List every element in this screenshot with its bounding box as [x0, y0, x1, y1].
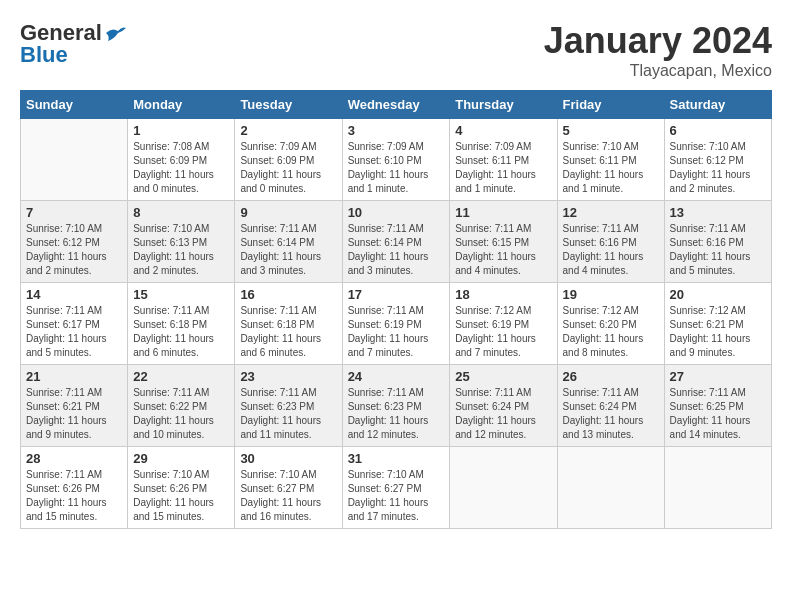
calendar-cell: 24Sunrise: 7:11 AM Sunset: 6:23 PM Dayli…	[342, 365, 450, 447]
day-number: 24	[348, 369, 445, 384]
calendar-cell: 31Sunrise: 7:10 AM Sunset: 6:27 PM Dayli…	[342, 447, 450, 529]
day-number: 29	[133, 451, 229, 466]
calendar-cell: 9Sunrise: 7:11 AM Sunset: 6:14 PM Daylig…	[235, 201, 342, 283]
title-area: January 2024 Tlayacapan, Mexico	[544, 20, 772, 80]
day-number: 16	[240, 287, 336, 302]
day-info: Sunrise: 7:10 AM Sunset: 6:11 PM Dayligh…	[563, 140, 659, 196]
day-number: 20	[670, 287, 766, 302]
calendar-cell: 6Sunrise: 7:10 AM Sunset: 6:12 PM Daylig…	[664, 119, 771, 201]
day-info: Sunrise: 7:11 AM Sunset: 6:23 PM Dayligh…	[240, 386, 336, 442]
day-info: Sunrise: 7:09 AM Sunset: 6:10 PM Dayligh…	[348, 140, 445, 196]
day-number: 15	[133, 287, 229, 302]
day-info: Sunrise: 7:10 AM Sunset: 6:12 PM Dayligh…	[26, 222, 122, 278]
day-info: Sunrise: 7:11 AM Sunset: 6:26 PM Dayligh…	[26, 468, 122, 524]
calendar-cell: 5Sunrise: 7:10 AM Sunset: 6:11 PM Daylig…	[557, 119, 664, 201]
calendar-cell: 2Sunrise: 7:09 AM Sunset: 6:09 PM Daylig…	[235, 119, 342, 201]
day-info: Sunrise: 7:11 AM Sunset: 6:25 PM Dayligh…	[670, 386, 766, 442]
day-number: 21	[26, 369, 122, 384]
calendar-cell: 22Sunrise: 7:11 AM Sunset: 6:22 PM Dayli…	[128, 365, 235, 447]
calendar-cell: 16Sunrise: 7:11 AM Sunset: 6:18 PM Dayli…	[235, 283, 342, 365]
calendar-cell: 8Sunrise: 7:10 AM Sunset: 6:13 PM Daylig…	[128, 201, 235, 283]
day-info: Sunrise: 7:11 AM Sunset: 6:23 PM Dayligh…	[348, 386, 445, 442]
day-info: Sunrise: 7:11 AM Sunset: 6:19 PM Dayligh…	[348, 304, 445, 360]
day-info: Sunrise: 7:11 AM Sunset: 6:17 PM Dayligh…	[26, 304, 122, 360]
day-number: 28	[26, 451, 122, 466]
location-title: Tlayacapan, Mexico	[544, 62, 772, 80]
day-info: Sunrise: 7:10 AM Sunset: 6:27 PM Dayligh…	[348, 468, 445, 524]
day-info: Sunrise: 7:11 AM Sunset: 6:24 PM Dayligh…	[455, 386, 551, 442]
day-number: 18	[455, 287, 551, 302]
day-info: Sunrise: 7:09 AM Sunset: 6:11 PM Dayligh…	[455, 140, 551, 196]
logo-bird-icon	[104, 25, 126, 43]
day-number: 4	[455, 123, 551, 138]
calendar-cell	[664, 447, 771, 529]
calendar-cell: 18Sunrise: 7:12 AM Sunset: 6:19 PM Dayli…	[450, 283, 557, 365]
day-info: Sunrise: 7:10 AM Sunset: 6:13 PM Dayligh…	[133, 222, 229, 278]
weekday-header-row: SundayMondayTuesdayWednesdayThursdayFrid…	[21, 91, 772, 119]
calendar-cell: 26Sunrise: 7:11 AM Sunset: 6:24 PM Dayli…	[557, 365, 664, 447]
day-info: Sunrise: 7:11 AM Sunset: 6:24 PM Dayligh…	[563, 386, 659, 442]
day-number: 22	[133, 369, 229, 384]
calendar-cell: 19Sunrise: 7:12 AM Sunset: 6:20 PM Dayli…	[557, 283, 664, 365]
day-number: 2	[240, 123, 336, 138]
weekday-header-thursday: Thursday	[450, 91, 557, 119]
weekday-header-saturday: Saturday	[664, 91, 771, 119]
weekday-header-wednesday: Wednesday	[342, 91, 450, 119]
day-info: Sunrise: 7:11 AM Sunset: 6:16 PM Dayligh…	[670, 222, 766, 278]
calendar-cell	[450, 447, 557, 529]
calendar-cell: 21Sunrise: 7:11 AM Sunset: 6:21 PM Dayli…	[21, 365, 128, 447]
day-number: 8	[133, 205, 229, 220]
weekday-header-monday: Monday	[128, 91, 235, 119]
calendar-cell: 23Sunrise: 7:11 AM Sunset: 6:23 PM Dayli…	[235, 365, 342, 447]
day-number: 14	[26, 287, 122, 302]
day-number: 13	[670, 205, 766, 220]
calendar-cell: 30Sunrise: 7:10 AM Sunset: 6:27 PM Dayli…	[235, 447, 342, 529]
calendar-cell: 11Sunrise: 7:11 AM Sunset: 6:15 PM Dayli…	[450, 201, 557, 283]
calendar-week-row: 7Sunrise: 7:10 AM Sunset: 6:12 PM Daylig…	[21, 201, 772, 283]
day-info: Sunrise: 7:11 AM Sunset: 6:14 PM Dayligh…	[348, 222, 445, 278]
calendar-week-row: 21Sunrise: 7:11 AM Sunset: 6:21 PM Dayli…	[21, 365, 772, 447]
day-info: Sunrise: 7:11 AM Sunset: 6:16 PM Dayligh…	[563, 222, 659, 278]
calendar-cell: 25Sunrise: 7:11 AM Sunset: 6:24 PM Dayli…	[450, 365, 557, 447]
day-info: Sunrise: 7:11 AM Sunset: 6:22 PM Dayligh…	[133, 386, 229, 442]
weekday-header-tuesday: Tuesday	[235, 91, 342, 119]
calendar-week-row: 14Sunrise: 7:11 AM Sunset: 6:17 PM Dayli…	[21, 283, 772, 365]
day-info: Sunrise: 7:11 AM Sunset: 6:21 PM Dayligh…	[26, 386, 122, 442]
day-number: 19	[563, 287, 659, 302]
day-info: Sunrise: 7:10 AM Sunset: 6:12 PM Dayligh…	[670, 140, 766, 196]
day-number: 10	[348, 205, 445, 220]
day-number: 26	[563, 369, 659, 384]
calendar-cell: 15Sunrise: 7:11 AM Sunset: 6:18 PM Dayli…	[128, 283, 235, 365]
day-number: 27	[670, 369, 766, 384]
day-info: Sunrise: 7:10 AM Sunset: 6:27 PM Dayligh…	[240, 468, 336, 524]
day-number: 1	[133, 123, 229, 138]
day-number: 25	[455, 369, 551, 384]
day-info: Sunrise: 7:11 AM Sunset: 6:14 PM Dayligh…	[240, 222, 336, 278]
day-info: Sunrise: 7:08 AM Sunset: 6:09 PM Dayligh…	[133, 140, 229, 196]
day-info: Sunrise: 7:12 AM Sunset: 6:19 PM Dayligh…	[455, 304, 551, 360]
day-info: Sunrise: 7:09 AM Sunset: 6:09 PM Dayligh…	[240, 140, 336, 196]
day-info: Sunrise: 7:12 AM Sunset: 6:20 PM Dayligh…	[563, 304, 659, 360]
calendar-cell: 3Sunrise: 7:09 AM Sunset: 6:10 PM Daylig…	[342, 119, 450, 201]
weekday-header-friday: Friday	[557, 91, 664, 119]
calendar-cell	[557, 447, 664, 529]
calendar-cell: 12Sunrise: 7:11 AM Sunset: 6:16 PM Dayli…	[557, 201, 664, 283]
day-number: 31	[348, 451, 445, 466]
calendar-cell: 20Sunrise: 7:12 AM Sunset: 6:21 PM Dayli…	[664, 283, 771, 365]
calendar-cell: 28Sunrise: 7:11 AM Sunset: 6:26 PM Dayli…	[21, 447, 128, 529]
logo: General Blue	[20, 20, 126, 68]
month-title: January 2024	[544, 20, 772, 62]
weekday-header-sunday: Sunday	[21, 91, 128, 119]
calendar-cell: 27Sunrise: 7:11 AM Sunset: 6:25 PM Dayli…	[664, 365, 771, 447]
day-info: Sunrise: 7:11 AM Sunset: 6:15 PM Dayligh…	[455, 222, 551, 278]
day-number: 7	[26, 205, 122, 220]
day-number: 11	[455, 205, 551, 220]
day-number: 23	[240, 369, 336, 384]
day-info: Sunrise: 7:11 AM Sunset: 6:18 PM Dayligh…	[240, 304, 336, 360]
page-header: General Blue January 2024 Tlayacapan, Me…	[20, 20, 772, 80]
day-number: 5	[563, 123, 659, 138]
calendar-week-row: 1Sunrise: 7:08 AM Sunset: 6:09 PM Daylig…	[21, 119, 772, 201]
logo-blue-text: Blue	[20, 42, 68, 68]
calendar-cell: 17Sunrise: 7:11 AM Sunset: 6:19 PM Dayli…	[342, 283, 450, 365]
day-info: Sunrise: 7:10 AM Sunset: 6:26 PM Dayligh…	[133, 468, 229, 524]
